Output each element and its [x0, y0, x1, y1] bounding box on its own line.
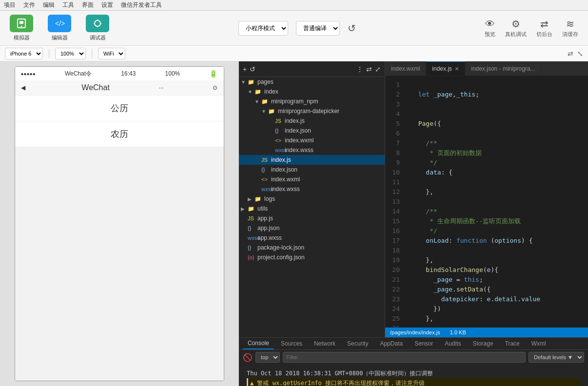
filetree-refresh-icon[interactable]: ↺	[250, 65, 255, 73]
tree-item-sub-indexwxml[interactable]: <> index.wxml	[239, 135, 385, 145]
tree-item-appjs[interactable]: JS app.js	[239, 213, 385, 223]
tree-item-sub-indexjs[interactable]: JS index.js	[239, 116, 385, 126]
code-lines[interactable]: let _page,_this; Page({ /** * 页面的初始数据 */…	[405, 76, 588, 328]
phone-carrier: WeChat令	[65, 70, 92, 78]
zoom-select[interactable]: 100%	[55, 48, 86, 59]
bottom-tab-appdata[interactable]: AppData	[375, 338, 408, 349]
tree-item-sub-indexjson[interactable]: {} index.json	[239, 126, 385, 135]
tree-item-packagejson[interactable]: {} package-lock.json	[239, 243, 385, 252]
network-select[interactable]: WiFi	[98, 48, 125, 59]
devicebar-sep1	[49, 49, 49, 58]
code-area: + ↺ ⋮ ⇄ ⤢ ▼ 📁 pages	[239, 61, 588, 386]
console-clear-icon[interactable]: 🚫	[243, 353, 253, 362]
console-top-select[interactable]: top	[255, 352, 280, 363]
index-folder-icon: 📁	[255, 89, 264, 95]
menu-view[interactable]: 界面	[82, 1, 94, 9]
compile-select[interactable]: 普通编译	[296, 21, 340, 36]
phone-menu-icon[interactable]: ···	[159, 84, 164, 91]
bottom-tab-security[interactable]: Security	[342, 338, 373, 349]
bottom-tab-trace[interactable]: Trace	[500, 338, 525, 349]
refresh-button[interactable]: ↺	[348, 22, 356, 34]
editor-button[interactable]: </> 编辑器	[48, 15, 71, 41]
filetree-expand-icon[interactable]: ⤢	[375, 65, 381, 73]
tree-item-main-indexjson[interactable]: {} index.json	[239, 165, 385, 174]
miniprogram_npm-label: miniprogram_npm	[271, 98, 318, 105]
index-arrow: ▼	[248, 89, 255, 95]
tree-item-miniprogram-datepicker[interactable]: ▼ 📁 miniprogram-datepicker	[239, 106, 385, 116]
tree-item-appjson[interactable]: {} app.json	[239, 223, 385, 233]
tree-item-main-indexjs[interactable]: JS index.js	[239, 155, 385, 165]
main-indexwxss-label: index.wxss	[271, 186, 300, 193]
phone-item-0[interactable]: 公历	[15, 96, 224, 121]
bottom-tab-wxml[interactable]: Wxml	[527, 338, 551, 349]
tree-item-main-indexwxss[interactable]: wxss index.wxss	[239, 184, 385, 194]
tab-indexjs[interactable]: index.js ×	[426, 61, 465, 76]
pages-folder-icon: 📁	[248, 79, 257, 85]
code-editor: index.wxml index.js × index.json - minip…	[385, 61, 588, 337]
tab-indexwxml[interactable]: index.wxml	[385, 61, 426, 76]
menu-file[interactable]: 文件	[23, 1, 35, 9]
console-levels-select[interactable]: Default levels ▼	[529, 352, 584, 363]
filetree-layout-icon[interactable]: ⇄	[366, 65, 372, 73]
main-indexjs-label: index.js	[271, 156, 291, 163]
menu-wechat[interactable]: 微信开发者工具	[121, 1, 162, 9]
tree-item-projectjson[interactable]: {o} project.config.json	[239, 252, 385, 262]
phone-back-icon[interactable]: ◀	[21, 84, 33, 91]
menu-project[interactable]: 项目	[4, 1, 16, 9]
mode-select[interactable]: 小程序模式	[238, 21, 288, 36]
miniprogram_npm-icon: 📁	[261, 98, 271, 105]
preview-button[interactable]: 👁 预览	[485, 19, 495, 38]
tree-item-miniprogram_npm[interactable]: ▼ 📁 miniprogram_npm	[239, 96, 385, 106]
debugger-button[interactable]: 调试器	[86, 15, 109, 41]
projectjson-label: project.config.json	[257, 254, 305, 261]
tree-item-main-indexwxml[interactable]: <> index.wxml	[239, 174, 385, 184]
appjs-icon: JS	[248, 215, 257, 221]
menu-settings[interactable]: 设置	[101, 1, 113, 9]
filetree-menu-icon[interactable]: ⋮	[356, 65, 363, 73]
bottom-tab-storage[interactable]: Storage	[468, 338, 498, 349]
toolbar: 模拟器 </> 编辑器 调试器 小程序模式 普通编译 ↺ 👁 预览 ⚙ 真机调试	[0, 11, 588, 46]
appwxss-label: app.wxss	[257, 234, 282, 241]
phone-item-1[interactable]: 农历	[15, 121, 224, 147]
editor-icon: </>	[48, 15, 71, 32]
toolbar-right: 👁 预览 ⚙ 真机调试 ⇄ 切后台 ≋ 清缓存	[485, 18, 578, 38]
phone-record-icon[interactable]: ⊙	[213, 84, 217, 91]
tab-indexjson-mini[interactable]: index.json - miniprogra...	[465, 61, 541, 76]
bottom-tab-sources[interactable]: Sources	[276, 338, 307, 349]
code-line-10: data: {	[411, 168, 582, 177]
tree-item-appwxss[interactable]: wxss app.wxss	[239, 233, 385, 243]
tab-indexwxml-label: index.wxml	[391, 65, 420, 72]
tree-item-logs[interactable]: ▶ 📁 logs	[239, 194, 385, 204]
statusbar-path: /pages/index/index.js	[390, 329, 440, 335]
bottom-tab-audits[interactable]: Audits	[440, 338, 466, 349]
real-debug-button[interactable]: ⚙ 真机调试	[505, 18, 527, 38]
pages-arrow: ▼	[241, 79, 248, 85]
menu-tools[interactable]: 工具	[62, 1, 74, 9]
phone-wechat-bar: ◀ WeChat ··· ⊙	[15, 80, 224, 96]
datepicker-arrow: ▼	[261, 109, 268, 114]
clear-button[interactable]: ≋ 清缓存	[562, 18, 578, 38]
expand-icon[interactable]: ⤡	[577, 50, 583, 58]
code-line-8: * 页面的初始数据	[411, 148, 582, 158]
console-filter-input[interactable]	[283, 352, 526, 363]
simulator-button[interactable]: 模拟器	[10, 15, 33, 41]
rotate-icon[interactable]: ⇄	[568, 50, 573, 58]
pages-label: pages	[257, 78, 274, 85]
filetree-add-icon[interactable]: +	[243, 65, 247, 73]
menu-edit[interactable]: 编辑	[43, 1, 55, 9]
sub-indexjs-label: index.js	[285, 117, 305, 124]
bottom-tab-network[interactable]: Network	[309, 338, 340, 349]
bottom-tab-console[interactable]: Console	[243, 338, 274, 349]
tab-indexjs-close[interactable]: ×	[455, 65, 459, 73]
bottom-tab-sensor[interactable]: Sensor	[410, 338, 438, 349]
utils-folder-icon: 📁	[248, 206, 257, 212]
device-select[interactable]: iPhone 6	[5, 48, 43, 59]
tree-item-sub-indexwxss[interactable]: wxss index.wxss	[239, 145, 385, 155]
tree-item-utils[interactable]: ▶ 📁 utils	[239, 204, 385, 213]
switchback-button[interactable]: ⇄ 切后台	[536, 18, 552, 38]
tree-item-index[interactable]: ▼ 📁 index	[239, 87, 385, 96]
menubar: 项目 文件 编辑 工具 界面 设置 微信开发者工具	[0, 0, 588, 11]
main-indexjs-icon: JS	[261, 157, 271, 163]
switchback-label: 切后台	[536, 31, 552, 38]
tree-item-pages[interactable]: ▼ 📁 pages	[239, 77, 385, 87]
